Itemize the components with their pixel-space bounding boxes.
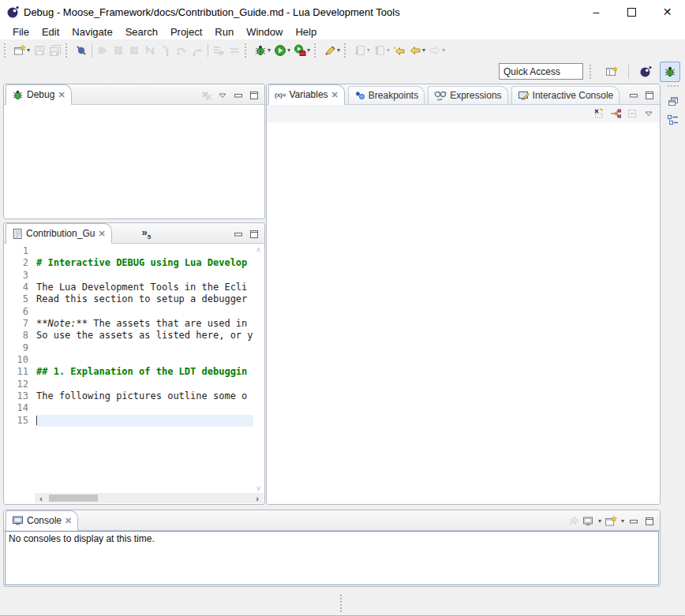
- menu-project[interactable]: Project: [164, 24, 208, 39]
- tab-expressions[interactable]: x= Expressions: [428, 86, 507, 104]
- previous-annotation-button: ▾: [372, 42, 391, 59]
- menu-search[interactable]: Search: [119, 24, 164, 39]
- editor-horizontal-scrollbar[interactable]: ‹ ›: [35, 493, 264, 503]
- tab-console-label: Console: [27, 515, 62, 526]
- line-number: 4: [5, 282, 36, 293]
- debug-view-minimize-icon[interactable]: [232, 89, 245, 102]
- scroll-right-icon[interactable]: ›: [251, 494, 264, 503]
- variables-content[interactable]: [268, 122, 659, 503]
- run-to-line-icon: [228, 44, 241, 57]
- minimize-window-icon[interactable]: –: [578, 0, 614, 24]
- toolbar-grip[interactable]: [314, 43, 320, 58]
- bottom-trim-handle[interactable]: [340, 595, 343, 612]
- console-maximize-icon[interactable]: [643, 515, 656, 528]
- forward-button: ▾: [427, 42, 447, 59]
- menu-help[interactable]: Help: [289, 24, 323, 39]
- outline-view-icon[interactable]: [667, 114, 679, 126]
- toolbar-grip[interactable]: [66, 43, 71, 58]
- hscroll-thumb[interactable]: [49, 495, 98, 502]
- editor-maximize-icon[interactable]: [248, 228, 260, 241]
- console-panel: Console ✕ ▾ ▾: [3, 510, 661, 587]
- debug-view-menu-icon[interactable]: [216, 89, 229, 102]
- scroll-left-icon[interactable]: ‹: [35, 494, 47, 503]
- toolbar-grip[interactable]: [245, 43, 250, 58]
- tab-interactive-console[interactable]: Interactive Console: [511, 86, 620, 104]
- open-console-dropdown-icon[interactable]: ▾: [621, 518, 624, 525]
- marker-pen-dropdown-icon[interactable]: ▾: [337, 47, 340, 54]
- toolbar-grip[interactable]: [344, 43, 350, 58]
- editor-line: 5Read this section to setup a debugger: [5, 293, 253, 305]
- run-button[interactable]: ▾: [272, 42, 292, 59]
- show-type-names-icon[interactable]: [593, 107, 605, 120]
- variables-view-menu-icon[interactable]: [642, 107, 655, 120]
- line-number: 10: [5, 354, 36, 366]
- text-caret: [36, 416, 37, 425]
- skip-all-breakpoints-button[interactable]: [73, 42, 89, 59]
- next-annotation-icon: [354, 44, 366, 57]
- marker-pen-button[interactable]: ▾: [322, 42, 342, 59]
- tab-console-close-icon[interactable]: ✕: [65, 516, 72, 526]
- editor-vertical-scrollbar[interactable]: ∧ ∨: [253, 245, 264, 492]
- tab-variables[interactable]: (x)= Variables ✕: [268, 84, 345, 105]
- open-console-icon[interactable]: [605, 515, 617, 528]
- console-minimize-icon[interactable]: [627, 515, 640, 528]
- toolbar-separator: [628, 65, 629, 79]
- debug-dropdown-icon[interactable]: ▾: [268, 47, 271, 54]
- menu-window[interactable]: Window: [240, 24, 289, 39]
- save-button: [32, 42, 47, 59]
- show-logical-structure-icon[interactable]: [609, 107, 622, 120]
- scroll-down-icon[interactable]: ∨: [256, 484, 261, 492]
- tab-editor-close-icon[interactable]: ✕: [98, 229, 105, 239]
- lua-perspective-button[interactable]: [635, 62, 656, 82]
- external-tools-dropdown-icon[interactable]: ▾: [307, 47, 310, 54]
- line-number: 9: [5, 342, 36, 354]
- quick-access-input[interactable]: Quick Access: [499, 63, 583, 80]
- tab-editor-contribution-guide[interactable]: Contribution_Gu ✕: [6, 223, 112, 244]
- variables-maximize-icon[interactable]: [643, 89, 656, 102]
- debug-perspective-button[interactable]: [660, 62, 680, 82]
- perspective-toolbar: Quick Access: [0, 61, 685, 82]
- tab-debug-close-icon[interactable]: ✕: [58, 90, 65, 100]
- tab-console[interactable]: Console ✕: [6, 510, 78, 531]
- menu-file[interactable]: File: [6, 24, 36, 39]
- restore-view-icon[interactable]: [667, 95, 679, 107]
- hidden-editors-chevron[interactable]: »5: [142, 226, 152, 241]
- new-wizard-dropdown-icon[interactable]: ▾: [27, 47, 30, 54]
- new-wizard-button[interactable]: ▾: [12, 42, 32, 59]
- variables-minimize-icon[interactable]: [627, 89, 640, 102]
- previous-annotation-icon: [373, 44, 386, 57]
- toolbar-grip[interactable]: [4, 43, 9, 58]
- debug-view-maximize-icon[interactable]: [248, 89, 260, 102]
- scroll-up-icon[interactable]: ∧: [256, 245, 261, 253]
- trim-drag-handle[interactable]: [668, 85, 679, 88]
- menu-navigate[interactable]: Navigate: [66, 24, 118, 39]
- editor-minimize-icon[interactable]: [232, 228, 245, 241]
- tab-debug[interactable]: Debug ✕: [6, 84, 72, 105]
- menu-run[interactable]: Run: [208, 24, 240, 39]
- open-perspective-button[interactable]: [601, 62, 622, 82]
- editor-content[interactable]: 1 2# Interactive DEBUG using Lua Develop…: [5, 244, 264, 503]
- line-number: 5: [5, 293, 36, 305]
- display-selected-console-icon[interactable]: [582, 515, 594, 528]
- back-button[interactable]: ▾: [407, 42, 427, 59]
- debug-button[interactable]: ▾: [253, 42, 272, 59]
- last-edit-location-button[interactable]: [391, 42, 407, 59]
- debug-view-tabrow: Debug ✕: [4, 84, 264, 105]
- maximize-window-icon[interactable]: [614, 0, 649, 24]
- back-dropdown-icon[interactable]: ▾: [422, 47, 425, 54]
- resume-button: [95, 42, 110, 59]
- toolbar-grip[interactable]: [590, 65, 595, 79]
- debug-view-content[interactable]: [5, 105, 264, 218]
- external-tools-button[interactable]: ▾: [292, 42, 312, 59]
- console-monitor-icon: [12, 515, 24, 526]
- display-console-dropdown-icon[interactable]: ▾: [598, 518, 601, 525]
- close-window-icon[interactable]: ✕: [649, 0, 685, 24]
- console-content[interactable]: No consoles to display at this time.: [5, 531, 659, 585]
- run-dropdown-icon[interactable]: ▾: [287, 47, 290, 54]
- editor-text-area[interactable]: 1 2# Interactive DEBUG using Lua Develop…: [5, 245, 253, 492]
- editor-line: 8So use the assets as listed here, or y: [5, 330, 253, 342]
- markdown-file-icon: [12, 228, 23, 240]
- tab-variables-close-icon[interactable]: ✕: [331, 90, 339, 100]
- tab-breakpoints[interactable]: Breakpoints: [348, 86, 425, 104]
- menu-edit[interactable]: Edit: [36, 24, 66, 39]
